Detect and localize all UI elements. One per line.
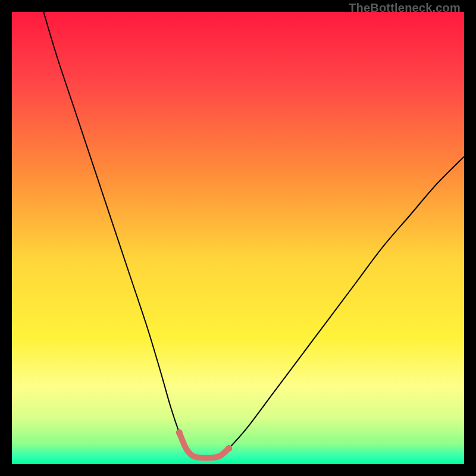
chart-frame xyxy=(12,12,464,464)
gradient-background xyxy=(12,12,464,464)
watermark-text: TheBottleneck.com xyxy=(349,1,461,15)
optimal-range-endpoint xyxy=(226,445,232,452)
plot-area xyxy=(12,12,464,464)
chart-svg xyxy=(12,12,464,464)
optimal-range-endpoint xyxy=(176,429,183,436)
